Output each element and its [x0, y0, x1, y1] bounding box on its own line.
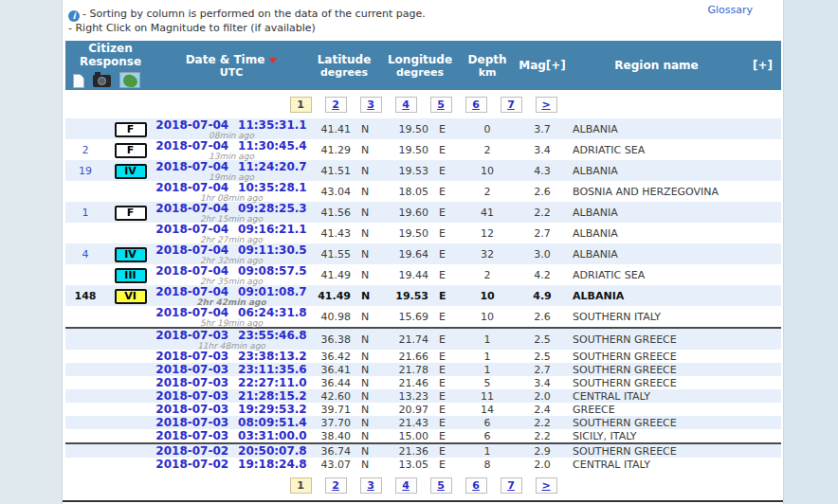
felt-report-count[interactable]: [65, 264, 105, 285]
column-header-expand[interactable]: [+]: [744, 41, 781, 90]
felt-report-count[interactable]: [65, 403, 105, 416]
magnitude-value[interactable]: 2.2: [516, 429, 569, 443]
event-date-time-link[interactable]: 2018-07-0323:11:35.6: [155, 363, 307, 376]
felt-report-count[interactable]: [65, 118, 105, 139]
testimonies-icon[interactable]: [73, 74, 84, 88]
event-time[interactable]: 11:30:45.4: [238, 139, 307, 153]
event-date-time-link[interactable]: 2018-07-0323:55:46.8 11hr 48min ago: [155, 328, 307, 350]
event-date-time-link[interactable]: 2018-07-0406:24:31.8 5hr 19min ago: [155, 306, 307, 328]
event-time[interactable]: 21:28:15.2: [238, 389, 307, 403]
magnitude-value[interactable]: 3.0: [516, 243, 569, 264]
page-link[interactable]: 2: [325, 97, 347, 113]
event-date[interactable]: 2018-07-04: [155, 139, 228, 153]
event-time[interactable]: 03:31:00.0: [238, 429, 307, 442]
felt-report-count[interactable]: [65, 376, 105, 389]
event-time[interactable]: 08:09:51.4: [238, 416, 307, 429]
event-date[interactable]: 2018-07-03: [155, 329, 228, 342]
event-date[interactable]: 2018-07-04: [155, 223, 228, 236]
event-date-time-link[interactable]: 2018-07-0409:01:08.7 2hr 42min ago: [155, 285, 307, 306]
event-time[interactable]: 23:11:35.6: [238, 363, 307, 376]
event-date-time-link[interactable]: 2018-07-0411:24:20.7 19min ago: [155, 160, 307, 181]
felt-report-count[interactable]: [65, 328, 105, 350]
page-link[interactable]: 6: [465, 477, 487, 494]
felt-report-count[interactable]: [65, 389, 105, 403]
page-link[interactable]: 3: [360, 477, 382, 494]
felt-report-count[interactable]: 1: [65, 202, 105, 223]
event-date-time-link[interactable]: 2018-07-0410:35:28.1 1hr 08min ago: [155, 181, 307, 202]
magnitude-value[interactable]: 2.0: [516, 389, 569, 403]
event-date-time-link[interactable]: 2018-07-0319:29:53.2: [155, 403, 307, 416]
felt-report-count[interactable]: 148: [65, 285, 105, 306]
event-date[interactable]: 2018-07-04: [155, 202, 228, 215]
event-date[interactable]: 2018-07-04: [155, 243, 228, 257]
felt-report-count[interactable]: [65, 416, 105, 429]
event-date[interactable]: 2018-07-04: [155, 306, 228, 319]
magnitude-value[interactable]: 2.6: [516, 306, 569, 328]
event-date-time-link[interactable]: 2018-07-0322:27:11.0: [155, 376, 307, 389]
magnitude-value[interactable]: 4.2: [516, 264, 569, 285]
event-date-time-link[interactable]: 2018-07-0219:18:24.8: [155, 458, 307, 471]
page-link[interactable]: 1: [290, 477, 312, 494]
felt-report-count[interactable]: [65, 223, 105, 243]
magnitude-value[interactable]: 2.0: [516, 458, 569, 471]
event-date-time-link[interactable]: 2018-07-0411:30:45.4 13min ago: [155, 139, 307, 160]
magnitude-value[interactable]: 3.7: [516, 118, 569, 139]
column-header-magnitude[interactable]: Mag[+]: [516, 41, 569, 90]
event-time[interactable]: 09:11:30.5: [238, 243, 307, 257]
page-link[interactable]: 4: [395, 97, 417, 113]
event-date[interactable]: 2018-07-03: [155, 389, 228, 403]
event-time[interactable]: 06:24:31.8: [238, 306, 307, 319]
event-date[interactable]: 2018-07-04: [155, 160, 228, 173]
event-date-time-link[interactable]: 2018-07-0303:31:00.0: [155, 429, 307, 443]
column-header-depth[interactable]: Depth km: [459, 41, 516, 90]
event-date-time-link[interactable]: 2018-07-0321:28:15.2: [155, 389, 307, 403]
event-time[interactable]: 09:08:57.5: [238, 264, 307, 278]
map-icon[interactable]: [119, 72, 140, 88]
felt-report-count[interactable]: [65, 458, 105, 471]
event-date[interactable]: 2018-07-04: [155, 118, 228, 132]
page-link[interactable]: >: [536, 97, 557, 113]
event-date[interactable]: 2018-07-02: [155, 444, 228, 458]
felt-report-count[interactable]: [65, 443, 105, 458]
page-link[interactable]: 2: [325, 477, 347, 494]
event-time[interactable]: 10:35:28.1: [238, 181, 307, 194]
felt-report-count[interactable]: 19: [65, 160, 105, 181]
event-date[interactable]: 2018-07-03: [155, 350, 228, 363]
page-link[interactable]: 6: [465, 97, 487, 113]
event-date[interactable]: 2018-07-04: [155, 264, 228, 278]
magnitude-value[interactable]: 2.2: [516, 416, 569, 429]
column-header-longitude[interactable]: Longitude degrees: [381, 41, 459, 90]
event-time[interactable]: 09:28:25.3: [238, 202, 307, 215]
magnitude-value[interactable]: 4.3: [516, 160, 569, 181]
felt-report-count[interactable]: [65, 363, 105, 376]
event-time[interactable]: 20:50:07.8: [238, 444, 307, 458]
page-link[interactable]: 5: [430, 97, 452, 113]
event-date[interactable]: 2018-07-03: [155, 403, 228, 416]
page-link[interactable]: 7: [501, 97, 522, 113]
event-time[interactable]: 23:38:13.2: [238, 350, 307, 363]
magnitude-value[interactable]: 3.4: [516, 139, 569, 160]
event-date[interactable]: 2018-07-04: [155, 285, 228, 298]
event-date-time-link[interactable]: 2018-07-0409:16:21.1 2hr 27min ago: [155, 223, 307, 243]
column-header-date-time[interactable]: Date & Time UTC: [155, 41, 307, 90]
felt-report-count[interactable]: [65, 181, 105, 202]
magnitude-value[interactable]: 2.9: [516, 443, 569, 458]
magnitude-value[interactable]: 3.4: [516, 376, 569, 389]
event-date-time-link[interactable]: 2018-07-0220:50:07.8: [155, 443, 307, 458]
event-time[interactable]: 19:18:24.8: [238, 458, 307, 471]
event-date-time-link[interactable]: 2018-07-0308:09:51.4: [155, 416, 307, 429]
magnitude-value[interactable]: 4.9: [516, 285, 569, 306]
event-time[interactable]: 09:16:21.1: [238, 223, 307, 236]
magnitude-value[interactable]: 2.2: [516, 202, 569, 223]
event-date-time-link[interactable]: 2018-07-0409:08:57.5 2hr 35min ago: [155, 264, 307, 285]
magnitude-value[interactable]: 2.7: [516, 223, 569, 243]
event-date-time-link[interactable]: 2018-07-0409:11:30.5 2hr 32min ago: [155, 243, 307, 264]
page-link[interactable]: 1: [290, 97, 312, 113]
event-time[interactable]: 19:29:53.2: [238, 403, 307, 416]
glossary-link[interactable]: Glossary: [707, 4, 753, 16]
event-time[interactable]: 11:24:20.7: [238, 160, 307, 173]
photos-icon[interactable]: [93, 75, 111, 87]
page-link[interactable]: 7: [501, 477, 522, 494]
magnitude-value[interactable]: 2.4: [516, 403, 569, 416]
felt-report-count[interactable]: 4: [65, 243, 105, 264]
